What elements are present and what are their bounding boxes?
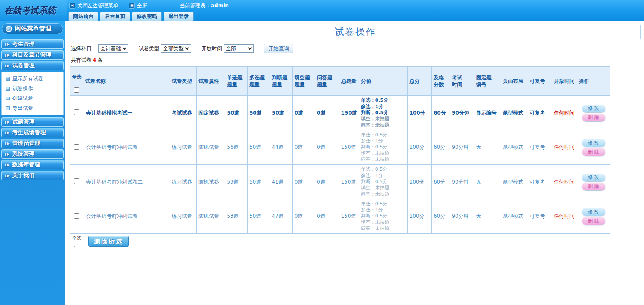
operations-cell: 修改 删除 <box>577 199 610 233</box>
qa-count-cell: 0道 <box>315 199 339 233</box>
sidebar-item-label: 科目及章节管理 <box>12 51 52 59</box>
retake-cell: 可复考 <box>528 199 552 233</box>
submenu-item-paper-operations[interactable]: 试卷操作 <box>2 84 63 94</box>
paper-name-cell: 会计基础考前冲刺试卷二 <box>83 165 170 199</box>
single-count-cell: 50道 <box>225 96 247 130</box>
delete-button[interactable]: 删除 <box>582 114 605 121</box>
submenu-item-label: 创建试卷 <box>12 95 33 102</box>
sidebar-item-label: 试卷管理 <box>12 62 35 69</box>
th-blank-count: 填空题 题量 <box>292 67 315 96</box>
sidebar-item-system-mgmt[interactable]: ▮▶ 系统管理 <box>1 149 64 159</box>
open-time-filter-label: 开放时间 <box>201 45 222 52</box>
fixed-number-cell: 无 <box>474 165 501 199</box>
delete-button[interactable]: 删除 <box>582 183 605 190</box>
pass-score-cell: 60分 <box>431 165 450 199</box>
sidebar-item-examinee-mgmt[interactable]: ▮▶ 考生管理 <box>1 39 64 49</box>
menu-arrow-icon: ▮▶ <box>5 131 10 135</box>
fullscreen-label: 全屏 <box>137 2 147 9</box>
submenu-item-show-all-papers[interactable]: 显示所有试卷 <box>2 74 63 84</box>
th-total-score: 总分 <box>407 67 431 96</box>
tab-site-front[interactable]: 网站前台 <box>68 12 98 21</box>
total-count-cell: 150道 <box>339 199 359 233</box>
query-button[interactable]: 开始查询 <box>264 44 293 53</box>
paper-attr-cell: 固定试卷 <box>197 96 225 130</box>
qa-count-cell: 0道 <box>315 165 339 199</box>
sidebar-title: 网站菜单管理 <box>2 23 63 34</box>
table-header-row: 全选 试卷名称 试卷类型 试卷属性 单选题 题量 多选题 题量 判断题 题量 填… <box>70 67 610 96</box>
edit-button[interactable]: 修改 <box>582 105 605 112</box>
th-open-time: 开放时间 <box>552 67 577 96</box>
fullscreen-button[interactable]: ▣ 全屏 <box>129 2 147 9</box>
toggle-left-menu-button[interactable]: ◀ 关闭左边管理菜单 <box>69 2 118 9</box>
delete-button[interactable]: 删除 <box>582 148 605 156</box>
admin-prefix: 当前管理员： <box>180 3 211 9</box>
sidebar-item-score-mgmt[interactable]: ▮▶ 考生成绩管理 <box>1 128 64 137</box>
select-all-checkbox[interactable] <box>74 87 79 93</box>
delete-button[interactable]: 删除 <box>582 217 605 225</box>
app-window: 在线考试系统 ◀ 关闭左边管理菜单 ▣ 全屏 当前管理员：admin 网站前台 … <box>0 0 644 305</box>
submenu-item-create-paper[interactable]: 创建试卷 <box>2 94 63 103</box>
th-exam-time: 考试 时间 <box>450 67 474 96</box>
page-layout-cell: 题型模式 <box>501 165 528 199</box>
multi-count-cell: 50道 <box>247 130 270 164</box>
row-select-cell <box>70 165 83 199</box>
list-icon <box>6 87 10 91</box>
sidebar-item-about-us[interactable]: ▮▶ 关于我们 <box>1 171 64 180</box>
edit-button[interactable]: 修改 <box>582 208 605 216</box>
list-icon <box>6 77 10 81</box>
total-score-cell: 100分 <box>407 96 431 130</box>
paper-name-cell: 会计基础考前冲刺试卷三 <box>83 130 170 164</box>
pass-score-cell: 60分 <box>431 96 450 130</box>
row-checkbox[interactable] <box>74 144 79 150</box>
tab-admin-home[interactable]: 后台首页 <box>100 12 130 21</box>
subject-select[interactable]: 会计基础 <box>98 44 128 53</box>
sidebar-item-admin-mgmt[interactable]: ▮▶ 管理员管理 <box>1 139 64 148</box>
menu-arrow-icon: ▮▶ <box>5 42 10 46</box>
footer-select-all-label: 全选 <box>72 236 82 241</box>
score-setting-cell: 单选：0.5分多选：1分判断：0.5分填空：未抽题问答：未抽题 <box>359 199 407 233</box>
open-time-cell: 任何时间 <box>552 130 577 164</box>
sidebar-item-database-mgmt[interactable]: ▮▶ 数据库管理 <box>1 160 64 169</box>
sidebar-item-question-mgmt[interactable]: ▮▶ 试题管理 <box>1 117 64 127</box>
summary-prefix: 共有试卷 <box>71 57 91 63</box>
exam-time-cell: 90分钟 <box>450 130 474 164</box>
sidebar-item-label: 试题管理 <box>12 118 35 126</box>
paper-attr-cell: 随机试卷 <box>197 130 225 164</box>
th-fixed-number: 固定题 编号 <box>474 67 501 96</box>
exam-table-body: 会计基础模拟考试一 考试试卷 固定试卷 50道 50道 50道 0道 0道 15… <box>70 96 610 234</box>
footer-select-all-checkbox[interactable] <box>74 242 79 247</box>
sidebar-item-label: 考生成绩管理 <box>12 129 46 136</box>
score-setting-cell: 单选：0.5分多选：1分判断：0.5分填空：未抽题问答：未抽题 <box>359 130 407 164</box>
tab-change-password[interactable]: 修改密码 <box>132 12 162 21</box>
blank-count-cell: 0道 <box>292 96 315 130</box>
menu-arrow-icon: ▮▶ <box>5 174 10 178</box>
fixed-number-cell: 显示编号 <box>474 96 501 130</box>
single-count-cell: 53道 <box>225 199 247 233</box>
menu-arrow-icon: ▮▶ <box>5 53 10 57</box>
submenu-item-label: 试卷操作 <box>12 85 33 92</box>
edit-button[interactable]: 修改 <box>582 139 605 147</box>
row-checkbox[interactable] <box>74 178 79 184</box>
delete-selected-button[interactable]: 删除所选 <box>88 236 129 247</box>
footer-select-all: 全选 <box>70 234 83 249</box>
sidebar-item-subject-chapter-mgmt[interactable]: ▮▶ 科目及章节管理 <box>1 50 64 60</box>
sidebar-item-paper-mgmt[interactable]: ▮▶ 试卷管理 <box>1 61 64 70</box>
judge-count-cell: 41道 <box>270 165 292 199</box>
retake-cell: 可复考 <box>528 96 552 130</box>
blank-count-cell: 0道 <box>292 199 315 233</box>
subject-filter-label: 选择科目： <box>71 45 97 52</box>
toggle-left-menu-label: 关闭左边管理菜单 <box>77 2 118 9</box>
submenu-item-export-paper[interactable]: 导出试卷 <box>2 103 63 113</box>
judge-count-cell: 44道 <box>270 130 292 164</box>
row-checkbox[interactable] <box>74 213 79 219</box>
tab-logout[interactable]: 退出登录 <box>164 12 194 21</box>
edit-button[interactable]: 修改 <box>582 174 605 181</box>
page-layout-cell: 题型模式 <box>501 199 528 233</box>
multi-count-cell: 50道 <box>247 199 270 233</box>
table-row: 会计基础考前冲刺试卷二 练习试卷 随机试卷 59道 50道 41道 0道 0道 … <box>70 165 610 199</box>
open-time-select[interactable]: 全部 <box>224 44 254 53</box>
filter-bar: 选择科目： 会计基础 试卷类型 全部类型 开放时间 全部 开始查询 <box>71 44 641 53</box>
row-checkbox[interactable] <box>74 109 79 115</box>
paper-type-select[interactable]: 全部类型 <box>161 44 191 53</box>
single-count-cell: 56道 <box>225 130 247 164</box>
